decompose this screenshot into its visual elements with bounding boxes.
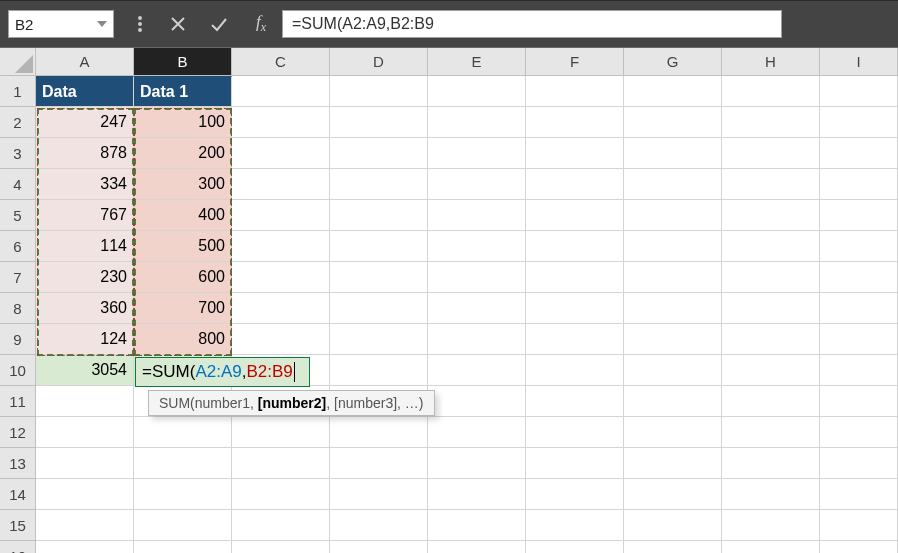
- cell-c3[interactable]: [232, 138, 330, 169]
- cell-f14[interactable]: [526, 479, 624, 510]
- row-header-14[interactable]: 14: [0, 479, 36, 510]
- cell-h4[interactable]: [722, 169, 820, 200]
- cell-a13[interactable]: [36, 448, 134, 479]
- cell-e15[interactable]: [428, 510, 526, 541]
- cell-e1[interactable]: [428, 76, 526, 107]
- cell-i6[interactable]: [820, 231, 898, 262]
- cell-g10[interactable]: [624, 355, 722, 386]
- cell-f16[interactable]: [526, 541, 624, 553]
- cell-i15[interactable]: [820, 510, 898, 541]
- cell-h6[interactable]: [722, 231, 820, 262]
- column-header-f[interactable]: F: [526, 48, 624, 76]
- cell-i9[interactable]: [820, 324, 898, 355]
- cell-d15[interactable]: [330, 510, 428, 541]
- cell-d7[interactable]: [330, 262, 428, 293]
- cell-c5[interactable]: [232, 200, 330, 231]
- cell-c16[interactable]: [232, 541, 330, 553]
- cell-a10[interactable]: 3054: [36, 355, 134, 386]
- cell-f3[interactable]: [526, 138, 624, 169]
- cell-i16[interactable]: [820, 541, 898, 553]
- cell-a7[interactable]: 230: [36, 262, 134, 293]
- cell-f10[interactable]: [526, 355, 624, 386]
- cell-a4[interactable]: 334: [36, 169, 134, 200]
- row-header-12[interactable]: 12: [0, 417, 36, 448]
- cell-a9[interactable]: 124: [36, 324, 134, 355]
- cell-e2[interactable]: [428, 107, 526, 138]
- cell-a14[interactable]: [36, 479, 134, 510]
- inline-formula-editor[interactable]: =SUM(A2:A9,B2:B9: [135, 357, 310, 387]
- cell-e16[interactable]: [428, 541, 526, 553]
- cell-e6[interactable]: [428, 231, 526, 262]
- cell-d10[interactable]: [330, 355, 428, 386]
- cell-b2[interactable]: 100: [134, 107, 232, 138]
- cell-h15[interactable]: [722, 510, 820, 541]
- cell-i11[interactable]: [820, 386, 898, 417]
- cell-g2[interactable]: [624, 107, 722, 138]
- cell-i10[interactable]: [820, 355, 898, 386]
- column-header-h[interactable]: H: [722, 48, 820, 76]
- cell-c2[interactable]: [232, 107, 330, 138]
- cell-a11[interactable]: [36, 386, 134, 417]
- cell-g13[interactable]: [624, 448, 722, 479]
- row-header-11[interactable]: 11: [0, 386, 36, 417]
- cell-h11[interactable]: [722, 386, 820, 417]
- cell-d4[interactable]: [330, 169, 428, 200]
- cell-e10[interactable]: [428, 355, 526, 386]
- cell-i7[interactable]: [820, 262, 898, 293]
- cell-e3[interactable]: [428, 138, 526, 169]
- cell-f7[interactable]: [526, 262, 624, 293]
- row-header-16[interactable]: 16: [0, 541, 36, 553]
- row-header-6[interactable]: 6: [0, 231, 36, 262]
- cell-b5[interactable]: 400: [134, 200, 232, 231]
- cell-e13[interactable]: [428, 448, 526, 479]
- cell-e9[interactable]: [428, 324, 526, 355]
- cell-b1[interactable]: Data 1: [134, 76, 232, 107]
- cell-f12[interactable]: [526, 417, 624, 448]
- cell-a16[interactable]: [36, 541, 134, 553]
- cell-g9[interactable]: [624, 324, 722, 355]
- cell-h12[interactable]: [722, 417, 820, 448]
- cell-g16[interactable]: [624, 541, 722, 553]
- cell-i13[interactable]: [820, 448, 898, 479]
- cell-c7[interactable]: [232, 262, 330, 293]
- row-header-1[interactable]: 1: [0, 76, 36, 107]
- cell-c13[interactable]: [232, 448, 330, 479]
- cell-d9[interactable]: [330, 324, 428, 355]
- cell-i14[interactable]: [820, 479, 898, 510]
- cell-f6[interactable]: [526, 231, 624, 262]
- cell-a6[interactable]: 114: [36, 231, 134, 262]
- cell-e8[interactable]: [428, 293, 526, 324]
- select-all-triangle[interactable]: [0, 48, 36, 76]
- cell-h5[interactable]: [722, 200, 820, 231]
- column-header-c[interactable]: C: [232, 48, 330, 76]
- cell-g12[interactable]: [624, 417, 722, 448]
- function-tooltip[interactable]: SUM(number1, [number2], [number3], …): [148, 390, 435, 416]
- cell-e5[interactable]: [428, 200, 526, 231]
- cell-g3[interactable]: [624, 138, 722, 169]
- cell-d3[interactable]: [330, 138, 428, 169]
- cell-i5[interactable]: [820, 200, 898, 231]
- cell-g7[interactable]: [624, 262, 722, 293]
- cell-a5[interactable]: 767: [36, 200, 134, 231]
- cell-c15[interactable]: [232, 510, 330, 541]
- cancel-button[interactable]: [170, 16, 192, 32]
- cell-h7[interactable]: [722, 262, 820, 293]
- cell-d16[interactable]: [330, 541, 428, 553]
- cell-c9[interactable]: [232, 324, 330, 355]
- row-header-8[interactable]: 8: [0, 293, 36, 324]
- row-header-7[interactable]: 7: [0, 262, 36, 293]
- row-header-3[interactable]: 3: [0, 138, 36, 169]
- cell-f8[interactable]: [526, 293, 624, 324]
- cell-g14[interactable]: [624, 479, 722, 510]
- cell-g1[interactable]: [624, 76, 722, 107]
- column-header-d[interactable]: D: [330, 48, 428, 76]
- cell-g4[interactable]: [624, 169, 722, 200]
- cell-f13[interactable]: [526, 448, 624, 479]
- cell-e12[interactable]: [428, 417, 526, 448]
- cell-h1[interactable]: [722, 76, 820, 107]
- column-header-e[interactable]: E: [428, 48, 526, 76]
- cell-g11[interactable]: [624, 386, 722, 417]
- cell-a3[interactable]: 878: [36, 138, 134, 169]
- cell-d8[interactable]: [330, 293, 428, 324]
- row-header-13[interactable]: 13: [0, 448, 36, 479]
